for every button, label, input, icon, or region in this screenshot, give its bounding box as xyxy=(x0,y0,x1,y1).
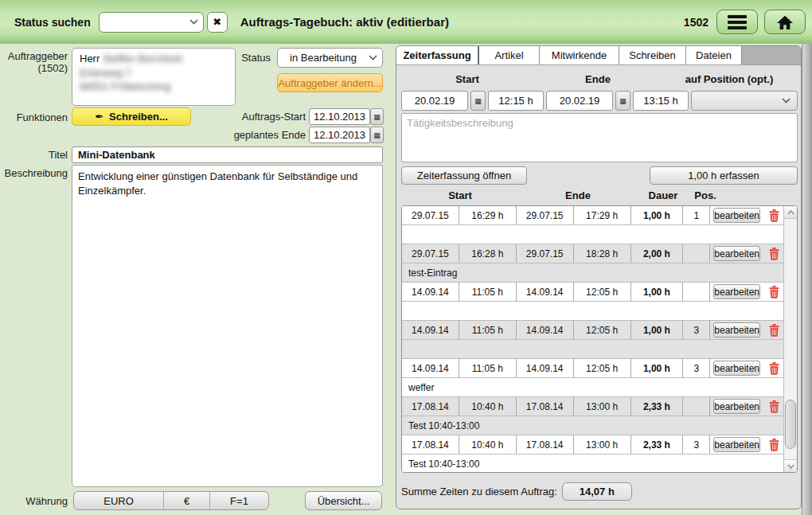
delete-entry-button[interactable] xyxy=(763,283,785,301)
cell-start-date: 17.08.14 xyxy=(402,435,459,454)
entry-end-label: Ende xyxy=(538,73,658,85)
currency-segment-symbol[interactable]: € xyxy=(164,492,210,509)
entry-end-date-field[interactable]: 20.02.19 xyxy=(546,91,613,111)
cell-start-time: 10:40 h xyxy=(459,435,517,454)
scroll-down-button[interactable] xyxy=(784,459,797,472)
status-search-label: Status suchen xyxy=(14,16,91,29)
cell-end-time: 13:00 h xyxy=(574,435,631,454)
entry-description xyxy=(402,225,785,244)
top-bar: Status suchen ✖ Auftrags-Tagebuch: aktiv… xyxy=(0,0,812,44)
record-hour-button[interactable]: 1,00 h erfassen xyxy=(650,166,798,185)
status-search-select[interactable] xyxy=(99,12,204,33)
order-start-label: Auftrags-Start xyxy=(191,111,306,123)
cell-start-time: 11:05 h xyxy=(459,359,517,377)
cell-start-date: 29.07.15 xyxy=(402,206,459,224)
window-scrollbar[interactable] xyxy=(802,44,812,515)
cell-end-date: 17.08.14 xyxy=(517,435,574,454)
cell-start-date: 14.09.14 xyxy=(402,283,459,301)
home-button[interactable] xyxy=(764,10,806,34)
title-label: Titel xyxy=(0,149,68,161)
cell-pos: 3 xyxy=(683,435,710,454)
col-header-end: Ende xyxy=(519,189,637,201)
cell-end-date: 14.09.14 xyxy=(517,359,574,377)
entry-start-time-field[interactable]: 12:15 h xyxy=(488,91,544,111)
scroll-up-button[interactable] xyxy=(784,206,797,219)
cell-end-time: 12:05 h xyxy=(574,359,631,377)
write-button[interactable]: ✒ Schreiben... xyxy=(72,107,191,126)
trash-icon xyxy=(769,209,779,222)
menu-button[interactable] xyxy=(716,10,758,34)
cell-start-date: 14.09.14 xyxy=(402,359,459,377)
edit-entry-button[interactable]: bearbeiten xyxy=(713,361,760,376)
cell-end-date: 14.09.14 xyxy=(517,283,574,301)
tab-zeiterfassung[interactable]: Zeiterfassung xyxy=(396,46,479,64)
entry-description xyxy=(402,340,785,359)
overview-button[interactable]: Übersicht... xyxy=(305,491,382,510)
trash-icon xyxy=(769,248,779,260)
cell-pos: 3 xyxy=(683,359,710,377)
cell-duration: 2,00 h xyxy=(631,244,684,263)
col-header-duration: Dauer xyxy=(637,189,689,201)
cell-end-date: 14.09.14 xyxy=(517,321,574,339)
delete-entry-button[interactable] xyxy=(763,244,785,263)
chevron-up-icon xyxy=(787,210,794,215)
delete-entry-button[interactable] xyxy=(763,435,785,454)
cell-start-time: 11:05 h xyxy=(459,283,517,301)
entry-start-date-field[interactable]: 20.02.19 xyxy=(401,91,468,111)
delete-entry-button[interactable] xyxy=(763,397,785,416)
record-number: 1502 xyxy=(684,16,709,29)
cell-end-time: 13:00 h xyxy=(574,397,631,416)
position-select[interactable] xyxy=(691,91,798,111)
scrollbar-thumb[interactable] xyxy=(785,400,796,449)
table-row: 14.09.1411:05 h14.09.1412:05 h1,00 hbear… xyxy=(402,283,785,321)
planned-end-field[interactable]: 12.10.2013 xyxy=(309,127,370,143)
cell-start-date: 14.09.14 xyxy=(402,321,459,339)
edit-entry-button[interactable]: bearbeiten xyxy=(713,399,760,414)
description-field[interactable]: Entwicklung einer günstigen Datenbank fü… xyxy=(72,165,383,487)
cell-end-date: 29.07.15 xyxy=(517,206,574,224)
edit-entry-button[interactable]: bearbeiten xyxy=(713,284,760,299)
status-select[interactable]: in Bearbeitung xyxy=(277,48,383,68)
client-city: 86551 Fröbelsching xyxy=(80,80,228,94)
tab-artikel[interactable]: Artikel xyxy=(479,46,540,64)
time-entries-rows: 29.07.1516:29 h29.07.1517:29 h1,00 h1bea… xyxy=(402,206,785,473)
edit-entry-button[interactable]: bearbeiten xyxy=(713,322,760,337)
title-field[interactable]: Mini-Datenbank xyxy=(72,146,383,163)
calendar-icon[interactable]: ▦ xyxy=(370,127,384,143)
table-row: 29.07.1516:29 h29.07.1517:29 h1,00 h1bea… xyxy=(402,206,785,244)
calendar-icon[interactable]: ▦ xyxy=(615,91,630,111)
open-timetracking-button[interactable]: Zeiterfassung öffnen xyxy=(401,166,527,185)
table-scrollbar[interactable] xyxy=(783,206,797,472)
cell-pos: 3 xyxy=(683,321,710,339)
order-start-field[interactable]: 12.10.2013 xyxy=(309,108,370,125)
clear-search-button[interactable]: ✖ xyxy=(207,12,228,33)
delete-entry-button[interactable] xyxy=(763,321,785,339)
tab-mitwirkende[interactable]: Mitwirkende xyxy=(540,46,619,64)
calendar-icon[interactable]: ▦ xyxy=(470,91,486,111)
edit-entry-button[interactable]: bearbeiten xyxy=(713,437,760,452)
change-client-button[interactable]: Auftraggeber ändern... xyxy=(277,73,383,92)
trash-icon xyxy=(769,362,779,375)
currency-segment-euro[interactable]: EURO xyxy=(74,492,164,509)
delete-entry-button[interactable] xyxy=(763,206,785,224)
edit-entry-button[interactable]: bearbeiten xyxy=(713,246,760,261)
currency-segment-factor[interactable]: F=1 xyxy=(210,492,268,509)
cell-end-date: 29.07.15 xyxy=(517,244,574,263)
page-title: Auftrags-Tagebuch: aktiv (editierbar) xyxy=(240,15,449,29)
functions-label: Funktionen xyxy=(0,111,68,123)
cell-start-time: 11:05 h xyxy=(459,321,517,339)
delete-entry-button[interactable] xyxy=(763,359,785,377)
cell-start-date: 17.08.14 xyxy=(402,397,459,416)
trash-icon xyxy=(769,400,779,413)
cell-start-time: 10:40 h xyxy=(459,397,517,416)
tab-dateien[interactable]: Dateien xyxy=(686,46,742,64)
entry-description xyxy=(402,302,785,321)
client-name: Steffen Berchtold xyxy=(103,53,182,64)
planned-end-label: geplantes Ende xyxy=(191,129,306,141)
entry-end-time-field[interactable]: 13:15 h xyxy=(633,91,689,111)
calendar-icon[interactable]: ▦ xyxy=(370,108,384,125)
activity-description-input[interactable] xyxy=(401,113,798,162)
edit-entry-button[interactable]: bearbeiten xyxy=(713,208,760,223)
cell-end-time: 18:28 h xyxy=(574,244,631,263)
tab-schreiben[interactable]: Schreiben xyxy=(619,46,686,64)
